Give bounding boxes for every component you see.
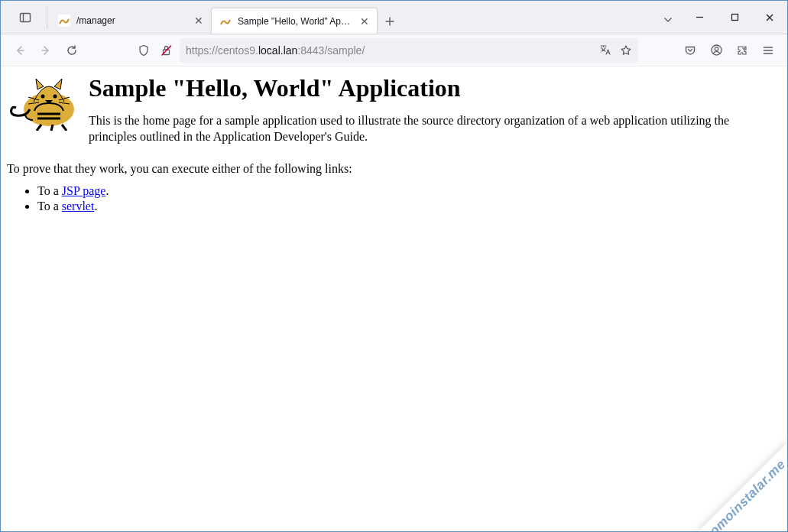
translate-icon [599,44,612,57]
account-button[interactable] [703,37,729,63]
shield-icon [138,44,150,57]
tab-label: /manager [76,15,188,26]
extensions-button[interactable] [729,37,755,63]
list-item: To a JSP page. [37,183,781,199]
close-icon[interactable]: ✕ [360,15,369,28]
tomcat-favicon [58,15,70,27]
account-icon [710,44,723,57]
pocket-icon [684,44,696,57]
pocket-button[interactable] [677,37,703,63]
svg-rect-0 [21,13,31,21]
links-list: To a JSP page. To a servlet. [7,183,781,214]
back-button[interactable] [7,37,33,63]
watermark: comoinstalar.me [702,457,788,532]
url-text: https://centos9.local.lan:8443/sample/ [186,44,593,57]
prove-text: To prove that they work, you can execute… [7,162,781,176]
tabs: /manager ✕ Sample "Hello, World" Applica… [50,1,402,34]
page-title: Sample "Hello, World" Application [89,74,754,102]
tab-label: Sample "Hello, World" Applicati [238,16,354,27]
app-menu-button[interactable] [755,37,781,63]
minimize-icon [696,13,704,21]
arrow-right-icon [40,44,52,57]
close-icon [765,13,774,22]
shield-button[interactable] [131,37,157,63]
close-icon[interactable]: ✕ [194,15,203,27]
minimize-button[interactable] [682,2,717,33]
servlet-link[interactable]: servlet [62,200,95,212]
intro-text: This is the home page for a sample appli… [89,113,754,145]
lock-insecure-button[interactable] [157,37,177,63]
spaces-button[interactable] [10,5,41,31]
svg-rect-5 [731,15,738,21]
tab-sample[interactable]: Sample "Hello, World" Applicati ✕ [211,8,378,34]
svg-point-11 [715,47,718,51]
maximize-button[interactable] [717,2,752,33]
puzzle-icon [736,44,748,57]
arrow-left-icon [14,44,26,57]
separator [47,6,47,29]
corner-fold [697,441,788,532]
list-item: To a servlet. [37,199,781,214]
reload-button[interactable] [59,37,85,63]
translate-button[interactable] [599,44,612,57]
jsp-link[interactable]: JSP page [62,184,106,197]
tab-manager[interactable]: /manager ✕ [50,8,211,34]
tomcat-logo [7,71,86,131]
svg-point-16 [41,95,45,99]
maximize-icon [731,13,739,21]
navbar: https://centos9.local.lan:8443/sample/ [1,34,787,66]
tomcat-favicon [219,15,232,28]
bookmark-button[interactable] [620,44,632,57]
new-tab-button[interactable] [378,9,402,34]
tabs-dropdown-button[interactable] [654,6,682,34]
panel-icon [19,11,31,24]
lock-warning-icon [160,44,173,57]
reload-icon [66,44,78,57]
star-icon [620,44,632,57]
svg-point-17 [54,95,57,99]
hamburger-icon [762,44,774,57]
plus-icon [385,17,394,26]
close-button[interactable] [752,2,787,33]
forward-button[interactable] [33,37,59,63]
titlebar: /manager ✕ Sample "Hello, World" Applica… [1,1,787,34]
url-bar[interactable]: https://centos9.local.lan:8443/sample/ [180,38,638,63]
chevron-down-icon [663,15,673,25]
page-content: Sample "Hello, World" Application This i… [1,66,787,214]
